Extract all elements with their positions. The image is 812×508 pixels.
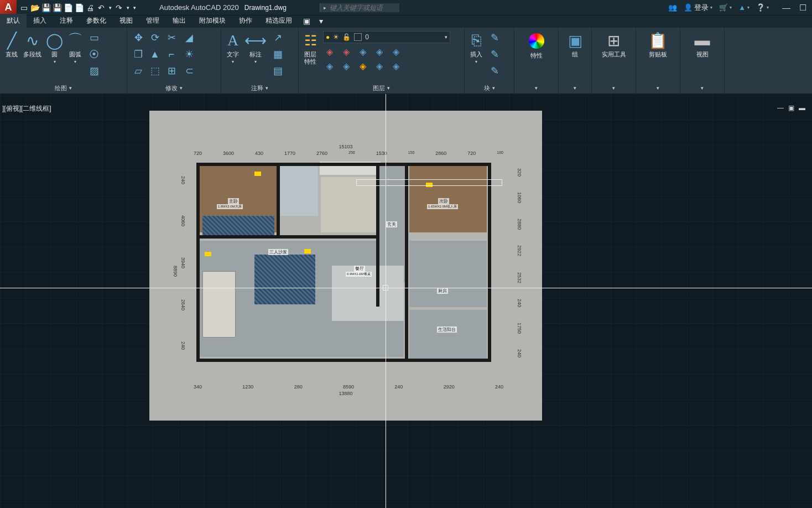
chevron-down-icon[interactable]: ▾ — [54, 59, 56, 64]
tab-apps-icon[interactable]: ▣ — [299, 14, 315, 28]
layer-walk-icon[interactable]: ◈ — [340, 60, 353, 72]
viewport-label[interactable]: ][俯视][二维线框] — [2, 104, 51, 113]
qat-dropdown-icon[interactable]: ▾ — [132, 3, 137, 13]
tab-menu-icon[interactable]: ▾ — [315, 14, 327, 28]
layer-iso-icon[interactable]: ◈ — [356, 45, 369, 58]
stretch-icon[interactable]: ▱ — [131, 63, 146, 79]
layer-dropdown[interactable]: ● ☀ 🔓 0 ▾ — [323, 31, 450, 43]
panel-title-annotation[interactable]: 注释▾ — [221, 82, 298, 94]
view-button[interactable]: ▬ 视图 — [694, 30, 711, 59]
chevron-down-icon[interactable]: ▾ — [254, 59, 257, 64]
maximize-button[interactable]: ☐ — [799, 3, 806, 13]
panel-title-draw[interactable]: 绘图▾ — [0, 82, 127, 94]
tab-collab[interactable]: 协作 — [232, 14, 259, 28]
paste-button[interactable]: 📋 剪贴板 — [647, 30, 669, 59]
layer-props-button[interactable]: ☷ 图层 特性 — [302, 30, 319, 66]
tab-view[interactable]: 视图 — [113, 14, 139, 28]
login-link[interactable]: 👤 登录 ▾ — [684, 3, 712, 13]
exchange-icon[interactable]: 🛒▾ — [719, 3, 732, 12]
rectangle-icon[interactable]: ▭ — [86, 30, 102, 45]
layer-lock-icon[interactable]: ◈ — [340, 45, 353, 58]
tab-default[interactable]: 默认 — [0, 14, 27, 28]
search-input[interactable] — [330, 4, 396, 12]
save-icon[interactable]: 💾 — [41, 3, 51, 13]
panel-title-group[interactable]: ▾ — [559, 82, 591, 94]
explode-icon[interactable]: ☀ — [181, 46, 197, 62]
layer-match-icon[interactable]: ◈ — [323, 60, 336, 72]
vp-restore-icon[interactable]: ▣ — [788, 104, 794, 112]
arc-button[interactable]: ⌒ 圆弧 ▾ — [66, 30, 84, 65]
tab-output[interactable]: 输出 — [166, 14, 192, 28]
copy-icon[interactable]: ❐ — [131, 46, 146, 62]
tab-manage[interactable]: 管理 — [139, 14, 166, 28]
fillet-icon[interactable]: ⌐ — [164, 46, 179, 62]
undo-icon[interactable]: ↶ — [96, 3, 106, 13]
panel-title-view[interactable]: ▾ — [680, 82, 724, 94]
text-button[interactable]: A 文字 ▾ — [225, 30, 241, 65]
panel-title-layer[interactable]: 图层▾ — [299, 82, 464, 94]
layer-freeze-icon[interactable]: ◈ — [323, 45, 336, 58]
vp-close-icon[interactable]: ▬ — [799, 104, 805, 112]
properties-button[interactable]: 特性 — [528, 30, 545, 60]
panel-title-properties[interactable]: ▾ — [514, 82, 558, 94]
drawing-area[interactable]: ][俯视][二维线框] — ▣ ▬ 15103 720 3600 430 177… — [0, 94, 812, 508]
tab-annotate[interactable]: 注释 — [53, 14, 80, 28]
tab-insert[interactable]: 插入 — [27, 14, 53, 28]
a360-icon[interactable]: ▲▾ — [738, 3, 749, 12]
redo-icon[interactable]: ↷ — [114, 3, 124, 13]
attr-icon[interactable]: ✎ — [487, 63, 502, 79]
help-icon[interactable]: ❔▾ — [756, 3, 769, 12]
chevron-down-icon[interactable]: ▾ — [475, 59, 477, 64]
offset-icon[interactable]: ⊂ — [181, 63, 197, 79]
rotate-icon[interactable]: ⟳ — [147, 30, 163, 45]
edit-block-icon[interactable]: ✎ — [487, 46, 502, 62]
print-icon[interactable]: 🖨 — [85, 3, 95, 13]
saveas-icon[interactable]: 💾 — [52, 3, 62, 13]
field-icon[interactable]: ▤ — [270, 63, 285, 79]
panel-title-block[interactable]: 块▾ — [465, 82, 514, 94]
chevron-down-icon[interactable]: ▾ — [445, 34, 447, 40]
layer-off-icon[interactable]: ◈ — [389, 45, 403, 58]
mirror-icon[interactable]: ▲ — [147, 46, 163, 62]
move-icon[interactable]: ✥ — [131, 30, 146, 45]
line-button[interactable]: ╱ 直线 — [3, 30, 20, 59]
panel-title-modify[interactable]: 修改▾ — [127, 82, 221, 94]
layer-on-icon[interactable]: ◈ — [373, 45, 386, 58]
create-block-icon[interactable]: ✎ — [487, 30, 502, 45]
cloud-open-icon[interactable]: 📄 — [63, 3, 73, 13]
dimension-button[interactable]: ⟷ 标注 ▾ — [243, 30, 268, 65]
polyline-button[interactable]: ∿ 多段线 — [22, 30, 43, 59]
layer-state-icon[interactable]: ◈ — [389, 60, 403, 72]
insert-block-button[interactable]: ⎘ 插入 ▾ — [468, 30, 485, 65]
infocenter-search[interactable]: ▸ — [320, 3, 399, 12]
circle-button[interactable]: ◯ 圆 ▾ — [45, 30, 64, 65]
hatch-icon[interactable]: ▨ — [86, 63, 102, 79]
login-dropdown-icon[interactable]: ▾ — [710, 5, 712, 10]
group-button[interactable]: ▣ 组 — [567, 30, 584, 59]
layer-prev-icon[interactable]: ◈ — [356, 60, 369, 72]
vp-minimize-icon[interactable]: — — [777, 104, 784, 112]
trim-icon[interactable]: ✂ — [164, 30, 179, 45]
tab-parametric[interactable]: 参数化 — [80, 14, 113, 28]
chevron-down-icon[interactable]: ▾ — [232, 59, 234, 64]
people-icon[interactable]: 👥 — [668, 3, 677, 12]
open-icon[interactable]: 📂 — [30, 3, 40, 13]
leader-icon[interactable]: ↗ — [270, 30, 285, 45]
scale-icon[interactable]: ⬚ — [147, 63, 163, 79]
erase-icon[interactable]: ◢ — [181, 30, 197, 45]
utilities-button[interactable]: ⊞ 实用工具 — [601, 30, 627, 59]
tab-featured[interactable]: 精选应用 — [259, 14, 299, 28]
layer-next-icon[interactable]: ◈ — [373, 60, 386, 72]
panel-title-clipboard[interactable]: ▾ — [636, 82, 680, 94]
panel-title-utilities[interactable]: ▾ — [592, 82, 636, 94]
minimize-button[interactable]: — — [782, 3, 790, 13]
chevron-down-icon[interactable]: ▾ — [74, 59, 76, 64]
spline-icon[interactable]: ⦿ — [86, 46, 102, 62]
redo-dropdown-icon[interactable]: ▾ — [125, 3, 131, 13]
new-icon[interactable]: ▭ — [19, 3, 29, 13]
cloud-save-icon[interactable]: 📄 — [74, 3, 84, 13]
array-icon[interactable]: ⊞ — [164, 63, 179, 79]
table-icon[interactable]: ▦ — [270, 46, 285, 62]
app-logo[interactable]: A — [0, 0, 17, 15]
undo-dropdown-icon[interactable]: ▾ — [107, 3, 113, 13]
